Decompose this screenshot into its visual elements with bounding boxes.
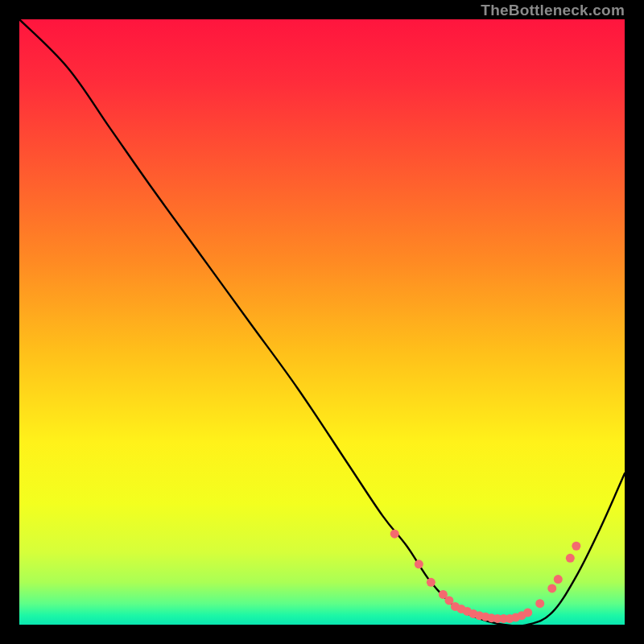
chart-frame: TheBottleneck.com (0, 0, 644, 644)
watermark-label: TheBottleneck.com (481, 2, 625, 19)
marker-dot (566, 554, 575, 563)
chart-svg (19, 19, 625, 625)
marker-dot (415, 559, 423, 568)
gradient-background (19, 19, 625, 625)
marker-dot (427, 578, 436, 587)
marker-dot (572, 542, 580, 551)
marker-dot (547, 584, 556, 592)
marker-dot (390, 530, 399, 539)
marker-dot (554, 575, 563, 584)
marker-dot (535, 599, 544, 608)
plot-area (19, 19, 625, 625)
marker-dot (523, 608, 532, 617)
